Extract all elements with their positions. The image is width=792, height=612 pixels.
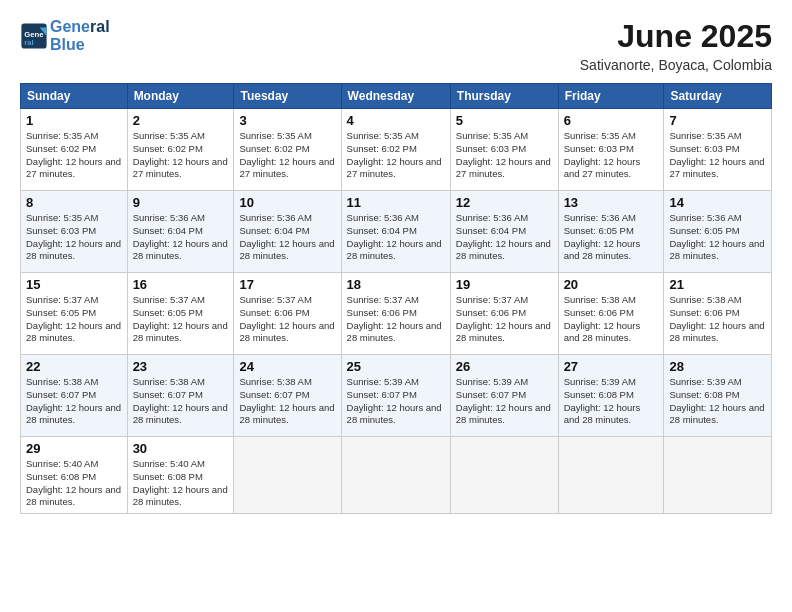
calendar-week-row: 1 Sunrise: 5:35 AM Sunset: 6:02 PM Dayli… bbox=[21, 109, 772, 191]
day-info: Sunrise: 5:40 AM Sunset: 6:08 PM Dayligh… bbox=[133, 458, 229, 509]
col-wednesday: Wednesday bbox=[341, 84, 450, 109]
day-number: 9 bbox=[133, 195, 229, 210]
day-info: Sunrise: 5:36 AM Sunset: 6:05 PM Dayligh… bbox=[564, 212, 659, 263]
table-row: 7 Sunrise: 5:35 AM Sunset: 6:03 PM Dayli… bbox=[664, 109, 772, 191]
day-number: 11 bbox=[347, 195, 445, 210]
day-info: Sunrise: 5:36 AM Sunset: 6:04 PM Dayligh… bbox=[456, 212, 553, 263]
day-info: Sunrise: 5:35 AM Sunset: 6:03 PM Dayligh… bbox=[564, 130, 659, 181]
table-row: 19 Sunrise: 5:37 AM Sunset: 6:06 PM Dayl… bbox=[450, 273, 558, 355]
table-row: 13 Sunrise: 5:36 AM Sunset: 6:05 PM Dayl… bbox=[558, 191, 664, 273]
day-info: Sunrise: 5:36 AM Sunset: 6:04 PM Dayligh… bbox=[239, 212, 335, 263]
day-info: Sunrise: 5:37 AM Sunset: 6:05 PM Dayligh… bbox=[133, 294, 229, 345]
table-row: 23 Sunrise: 5:38 AM Sunset: 6:07 PM Dayl… bbox=[127, 355, 234, 437]
table-row: 11 Sunrise: 5:36 AM Sunset: 6:04 PM Dayl… bbox=[341, 191, 450, 273]
table-row: 27 Sunrise: 5:39 AM Sunset: 6:08 PM Dayl… bbox=[558, 355, 664, 437]
day-number: 20 bbox=[564, 277, 659, 292]
table-row: 6 Sunrise: 5:35 AM Sunset: 6:03 PM Dayli… bbox=[558, 109, 664, 191]
table-row: 2 Sunrise: 5:35 AM Sunset: 6:02 PM Dayli… bbox=[127, 109, 234, 191]
day-number: 27 bbox=[564, 359, 659, 374]
table-row: 16 Sunrise: 5:37 AM Sunset: 6:05 PM Dayl… bbox=[127, 273, 234, 355]
day-number: 12 bbox=[456, 195, 553, 210]
col-friday: Friday bbox=[558, 84, 664, 109]
calendar-page: Gene ral GeneralBlue June 2025 Sativanor… bbox=[0, 0, 792, 612]
day-info: Sunrise: 5:39 AM Sunset: 6:07 PM Dayligh… bbox=[347, 376, 445, 427]
day-number: 30 bbox=[133, 441, 229, 456]
day-number: 22 bbox=[26, 359, 122, 374]
day-info: Sunrise: 5:36 AM Sunset: 6:04 PM Dayligh… bbox=[133, 212, 229, 263]
day-number: 16 bbox=[133, 277, 229, 292]
day-number: 29 bbox=[26, 441, 122, 456]
logo-text: GeneralBlue bbox=[50, 18, 110, 53]
day-number: 26 bbox=[456, 359, 553, 374]
day-number: 28 bbox=[669, 359, 766, 374]
table-row: 4 Sunrise: 5:35 AM Sunset: 6:02 PM Dayli… bbox=[341, 109, 450, 191]
table-row: 9 Sunrise: 5:36 AM Sunset: 6:04 PM Dayli… bbox=[127, 191, 234, 273]
day-info: Sunrise: 5:37 AM Sunset: 6:06 PM Dayligh… bbox=[456, 294, 553, 345]
day-number: 6 bbox=[564, 113, 659, 128]
table-row bbox=[664, 437, 772, 514]
day-number: 19 bbox=[456, 277, 553, 292]
calendar-week-row: 15 Sunrise: 5:37 AM Sunset: 6:05 PM Dayl… bbox=[21, 273, 772, 355]
day-info: Sunrise: 5:36 AM Sunset: 6:05 PM Dayligh… bbox=[669, 212, 766, 263]
day-number: 18 bbox=[347, 277, 445, 292]
table-row: 8 Sunrise: 5:35 AM Sunset: 6:03 PM Dayli… bbox=[21, 191, 128, 273]
col-thursday: Thursday bbox=[450, 84, 558, 109]
table-row: 17 Sunrise: 5:37 AM Sunset: 6:06 PM Dayl… bbox=[234, 273, 341, 355]
table-row: 18 Sunrise: 5:37 AM Sunset: 6:06 PM Dayl… bbox=[341, 273, 450, 355]
logo-icon: Gene ral bbox=[20, 22, 48, 50]
table-row: 10 Sunrise: 5:36 AM Sunset: 6:04 PM Dayl… bbox=[234, 191, 341, 273]
table-row: 3 Sunrise: 5:35 AM Sunset: 6:02 PM Dayli… bbox=[234, 109, 341, 191]
day-info: Sunrise: 5:35 AM Sunset: 6:03 PM Dayligh… bbox=[26, 212, 122, 263]
col-monday: Monday bbox=[127, 84, 234, 109]
calendar-week-row: 29 Sunrise: 5:40 AM Sunset: 6:08 PM Dayl… bbox=[21, 437, 772, 514]
day-number: 7 bbox=[669, 113, 766, 128]
table-row: 12 Sunrise: 5:36 AM Sunset: 6:04 PM Dayl… bbox=[450, 191, 558, 273]
day-number: 4 bbox=[347, 113, 445, 128]
table-row: 28 Sunrise: 5:39 AM Sunset: 6:08 PM Dayl… bbox=[664, 355, 772, 437]
table-row: 1 Sunrise: 5:35 AM Sunset: 6:02 PM Dayli… bbox=[21, 109, 128, 191]
day-info: Sunrise: 5:38 AM Sunset: 6:07 PM Dayligh… bbox=[239, 376, 335, 427]
day-number: 15 bbox=[26, 277, 122, 292]
table-row bbox=[450, 437, 558, 514]
table-row: 20 Sunrise: 5:38 AM Sunset: 6:06 PM Dayl… bbox=[558, 273, 664, 355]
day-info: Sunrise: 5:35 AM Sunset: 6:02 PM Dayligh… bbox=[133, 130, 229, 181]
table-row: 30 Sunrise: 5:40 AM Sunset: 6:08 PM Dayl… bbox=[127, 437, 234, 514]
day-number: 1 bbox=[26, 113, 122, 128]
day-info: Sunrise: 5:38 AM Sunset: 6:07 PM Dayligh… bbox=[26, 376, 122, 427]
col-saturday: Saturday bbox=[664, 84, 772, 109]
day-number: 3 bbox=[239, 113, 335, 128]
day-info: Sunrise: 5:38 AM Sunset: 6:07 PM Dayligh… bbox=[133, 376, 229, 427]
svg-text:ral: ral bbox=[24, 38, 33, 47]
day-info: Sunrise: 5:37 AM Sunset: 6:06 PM Dayligh… bbox=[239, 294, 335, 345]
day-number: 8 bbox=[26, 195, 122, 210]
title-area: June 2025 Sativanorte, Boyaca, Colombia bbox=[580, 18, 772, 73]
header-row: Sunday Monday Tuesday Wednesday Thursday… bbox=[21, 84, 772, 109]
table-row: 22 Sunrise: 5:38 AM Sunset: 6:07 PM Dayl… bbox=[21, 355, 128, 437]
col-tuesday: Tuesday bbox=[234, 84, 341, 109]
page-header: Gene ral GeneralBlue June 2025 Sativanor… bbox=[20, 18, 772, 73]
day-info: Sunrise: 5:38 AM Sunset: 6:06 PM Dayligh… bbox=[669, 294, 766, 345]
table-row bbox=[558, 437, 664, 514]
day-number: 10 bbox=[239, 195, 335, 210]
day-info: Sunrise: 5:39 AM Sunset: 6:08 PM Dayligh… bbox=[564, 376, 659, 427]
day-number: 14 bbox=[669, 195, 766, 210]
calendar-week-row: 22 Sunrise: 5:38 AM Sunset: 6:07 PM Dayl… bbox=[21, 355, 772, 437]
calendar-week-row: 8 Sunrise: 5:35 AM Sunset: 6:03 PM Dayli… bbox=[21, 191, 772, 273]
day-number: 2 bbox=[133, 113, 229, 128]
location: Sativanorte, Boyaca, Colombia bbox=[580, 57, 772, 73]
table-row: 5 Sunrise: 5:35 AM Sunset: 6:03 PM Dayli… bbox=[450, 109, 558, 191]
day-info: Sunrise: 5:39 AM Sunset: 6:07 PM Dayligh… bbox=[456, 376, 553, 427]
day-info: Sunrise: 5:40 AM Sunset: 6:08 PM Dayligh… bbox=[26, 458, 122, 509]
day-info: Sunrise: 5:35 AM Sunset: 6:02 PM Dayligh… bbox=[239, 130, 335, 181]
day-number: 5 bbox=[456, 113, 553, 128]
day-info: Sunrise: 5:36 AM Sunset: 6:04 PM Dayligh… bbox=[347, 212, 445, 263]
day-number: 21 bbox=[669, 277, 766, 292]
day-number: 17 bbox=[239, 277, 335, 292]
table-row bbox=[341, 437, 450, 514]
calendar-table: Sunday Monday Tuesday Wednesday Thursday… bbox=[20, 83, 772, 514]
col-sunday: Sunday bbox=[21, 84, 128, 109]
day-info: Sunrise: 5:39 AM Sunset: 6:08 PM Dayligh… bbox=[669, 376, 766, 427]
day-info: Sunrise: 5:37 AM Sunset: 6:05 PM Dayligh… bbox=[26, 294, 122, 345]
day-number: 24 bbox=[239, 359, 335, 374]
day-info: Sunrise: 5:37 AM Sunset: 6:06 PM Dayligh… bbox=[347, 294, 445, 345]
